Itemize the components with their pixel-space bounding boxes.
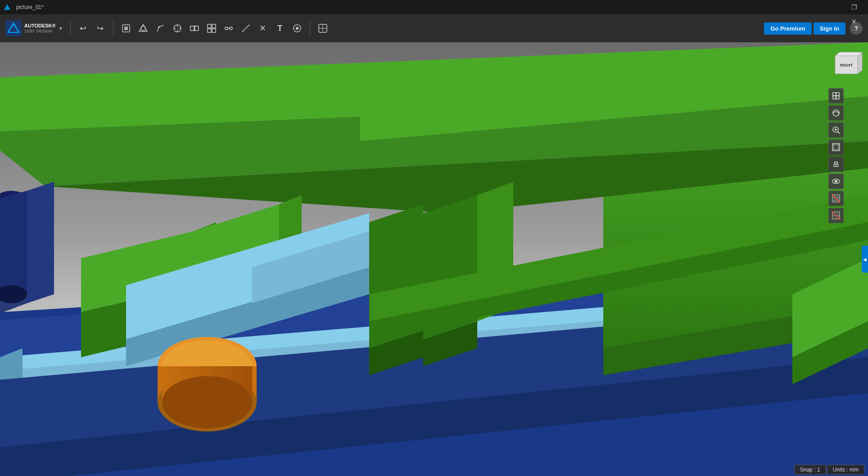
transform-button[interactable] <box>118 20 134 36</box>
toolbar: AUTODESK® 123D° DESIGN ▾ ↩ ↪ <box>0 14 868 42</box>
svg-point-75 <box>833 110 839 116</box>
visibility-button[interactable] <box>828 174 844 189</box>
text-button[interactable]: T <box>272 20 288 36</box>
measure-button[interactable] <box>238 20 254 36</box>
zoom-all-button[interactable] <box>828 88 844 103</box>
close-button[interactable]: ✕ <box>844 14 864 29</box>
svg-point-87 <box>835 163 837 165</box>
separator-3 <box>310 20 310 37</box>
snap-button[interactable] <box>289 20 305 36</box>
redo-button[interactable]: ↪ <box>92 20 108 36</box>
statusbar: Snap : 1 Units : mm <box>794 463 868 476</box>
pattern-button[interactable] <box>221 20 237 36</box>
svg-rect-5 <box>124 27 128 30</box>
svg-point-17 <box>230 27 232 30</box>
app-logo: AUTODESK® 123D° DESIGN ▾ <box>5 20 62 36</box>
sketch-button[interactable] <box>152 20 168 36</box>
svg-rect-14 <box>208 29 211 32</box>
undo-button[interactable]: ↩ <box>75 20 91 36</box>
titlebar: picture_01* ─ ❐ ✕ <box>0 0 868 14</box>
snap-status[interactable]: Snap : 1 <box>794 465 826 475</box>
view-cube[interactable]: RIGHT <box>828 47 864 83</box>
undo-redo-group: ↩ ↪ <box>75 20 108 36</box>
modify-button[interactable] <box>169 20 185 36</box>
orbit-button[interactable] <box>828 105 844 121</box>
grid-button[interactable] <box>828 191 844 206</box>
viewport[interactable]: RIGHT <box>0 42 868 476</box>
svg-point-63 <box>162 376 252 428</box>
material-button[interactable] <box>315 20 331 36</box>
svg-point-16 <box>225 27 228 30</box>
units-status[interactable]: Units : mm <box>827 465 864 475</box>
delete-button[interactable]: ✕ <box>255 20 271 36</box>
scene-svg <box>0 42 868 476</box>
svg-point-7 <box>141 26 145 31</box>
svg-rect-12 <box>208 24 211 28</box>
window-title: picture_01* <box>16 4 430 10</box>
group-button[interactable] <box>203 20 220 36</box>
fit-button[interactable] <box>828 139 844 155</box>
svg-line-77 <box>838 132 840 134</box>
separator-1 <box>70 20 71 37</box>
primitives-button[interactable] <box>135 20 151 36</box>
svg-rect-15 <box>212 29 216 32</box>
logo-dropdown-icon[interactable]: ▾ <box>59 25 62 31</box>
perspective-button[interactable] <box>828 157 844 172</box>
right-panel-toggle[interactable]: ◀ <box>862 246 868 273</box>
sign-in-button[interactable]: Sign In <box>814 22 845 35</box>
svg-marker-54 <box>27 182 54 303</box>
svg-point-19 <box>296 27 298 30</box>
tools-group: ✕ T <box>118 20 305 36</box>
svg-marker-0 <box>4 4 10 10</box>
combine-button[interactable] <box>186 20 203 36</box>
go-premium-button[interactable]: Go Premium <box>764 22 811 35</box>
restore-button[interactable]: ❐ <box>844 0 864 14</box>
svg-rect-13 <box>212 24 216 28</box>
ground-button[interactable] <box>828 208 844 223</box>
svg-point-8 <box>158 26 160 28</box>
titlebar-controls: ─ ❐ ✕ <box>844 0 864 29</box>
svg-point-89 <box>835 180 837 183</box>
zoom-button[interactable] <box>828 122 844 138</box>
right-panel: RIGHT <box>828 47 864 223</box>
svg-marker-70 <box>835 52 862 56</box>
logo-text: AUTODESK® 123D° DESIGN <box>24 22 56 34</box>
svg-text:RIGHT: RIGHT <box>840 63 853 67</box>
separator-2 <box>113 20 113 37</box>
svg-line-95 <box>832 194 840 202</box>
chevron-left-icon: ◀ <box>863 257 867 262</box>
svg-rect-81 <box>834 145 838 149</box>
